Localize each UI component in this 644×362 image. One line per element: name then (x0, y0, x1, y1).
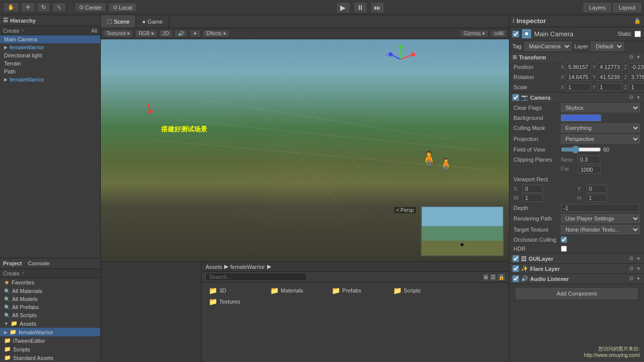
local-button[interactable]: ⊙ Local (108, 3, 137, 12)
hand-tool-button[interactable]: ✋ (3, 3, 19, 12)
rotation-z-input[interactable] (628, 73, 644, 81)
near-input[interactable] (577, 156, 600, 164)
rotation-y-input[interactable] (597, 73, 622, 81)
rgb-button[interactable]: RGB ▾ (135, 30, 157, 37)
vp-h-input[interactable] (587, 194, 607, 202)
folder-textures[interactable]: 📁 Textures (205, 297, 265, 307)
audio-listener-settings-icon[interactable]: ⚙ (629, 275, 634, 282)
audio-listener-header[interactable]: 🔊 Audio Listener ⚙ ▼ (509, 274, 644, 283)
flare-layer-checkbox[interactable] (512, 265, 519, 272)
gizmos-button[interactable]: Gizmos ▾ (460, 30, 488, 37)
transform-header[interactable]: ⊞ Transform ⚙ ▼ (509, 52, 644, 62)
console-tab[interactable]: Console (28, 260, 49, 266)
step-button[interactable]: ⏭ (370, 2, 384, 13)
scale-y-input[interactable] (597, 83, 622, 91)
transform-settings-icon[interactable]: ⚙ (629, 54, 634, 60)
hierarchy-item-directional-light[interactable]: Directional light (0, 51, 100, 59)
folder-3d[interactable]: 📁 3D (205, 285, 265, 296)
fx-button[interactable]: ✦ (189, 30, 201, 37)
rendering-path-dropdown[interactable]: Use Player Settings (561, 214, 640, 223)
flare-layer-header[interactable]: ✨ Flare Layer ⚙ ▼ (509, 264, 644, 273)
fav-all-materials[interactable]: 🔍 All Materials (0, 287, 100, 295)
projection-dropdown[interactable]: Perspective (561, 134, 640, 143)
camera-header[interactable]: 📷 Camera ⚙ ▼ (509, 93, 644, 102)
static-checkbox[interactable] (634, 31, 641, 37)
hdr-checkbox[interactable] (561, 246, 567, 252)
position-y-input[interactable] (597, 63, 622, 71)
scale-z-input[interactable] (628, 83, 644, 91)
play-button[interactable]: ▶ (336, 2, 350, 13)
target-texture-dropdown[interactable]: None (Render Textu... (561, 225, 640, 234)
pause-button[interactable]: ⏸ (353, 2, 367, 13)
vp-y-input[interactable] (587, 185, 607, 193)
camera-settings-icon[interactable]: ⚙ (629, 94, 634, 101)
far-input[interactable] (578, 166, 601, 174)
project-tab[interactable]: Project (3, 260, 22, 266)
assets-view-button-1[interactable]: ⊞ (483, 274, 488, 280)
scene-view[interactable]: ↘ 搭建好测试场景 🧍 🧍 (101, 39, 509, 261)
hierarchy-item-female-warrior-2[interactable]: ▶ femaleWarrior (0, 76, 100, 84)
fav-all-scripts[interactable]: 🔍 All Scripts (0, 311, 100, 319)
assets-search-input[interactable] (206, 273, 306, 281)
assets-item-female-warrior[interactable]: ▶ 📁 femaleWarrior (0, 328, 100, 336)
folder-scripts[interactable]: 📁 Scripts (389, 285, 449, 296)
project-create-button[interactable]: Create (3, 270, 20, 276)
scene-tab[interactable]: ⬚ Scene (101, 15, 136, 28)
fav-all-models[interactable]: 🔍 All Models (0, 295, 100, 303)
flare-layer-settings-icon[interactable]: ⚙ (629, 265, 634, 272)
fov-slider[interactable] (561, 146, 601, 154)
gui-layer-expand-icon[interactable]: ▼ (636, 256, 641, 261)
layout-dropdown[interactable]: Layout (613, 3, 641, 12)
scale-tool-button[interactable]: ⤡ (52, 3, 66, 12)
gui-layer-settings-icon[interactable]: ⚙ (629, 255, 634, 262)
gui-layer-checkbox[interactable] (512, 255, 519, 262)
clear-flags-dropdown[interactable]: Skybox (561, 103, 640, 112)
position-x-input[interactable] (566, 63, 591, 71)
folder-prefabs[interactable]: 📁 Prefabs (328, 285, 388, 296)
vp-w-input[interactable] (523, 194, 543, 202)
rotate-tool-button[interactable]: ↻ (37, 3, 50, 12)
effects-button[interactable]: Effects ▾ (203, 30, 229, 37)
hierarchy-item-main-camera[interactable]: Main Camera (0, 35, 100, 43)
flare-layer-expand-icon[interactable]: ▼ (636, 266, 641, 271)
assets-root-link[interactable]: Assets (206, 264, 222, 270)
assets-femalewarrior-link[interactable]: femaleWarrior (230, 264, 265, 270)
occlusion-culling-checkbox[interactable] (561, 237, 567, 243)
add-component-button[interactable]: Add Component (516, 288, 637, 299)
culling-mask-dropdown[interactable]: Everything (561, 123, 640, 132)
camera-enabled-checkbox[interactable] (512, 94, 519, 101)
inspector-lock-button[interactable]: 🔒 (634, 18, 641, 24)
gui-layer-header[interactable]: 🖼 GUILayer ⚙ ▼ (509, 254, 644, 263)
hierarchy-item-path[interactable]: Path (0, 67, 100, 76)
audio-button[interactable]: 🔊 (174, 30, 187, 37)
hierarchy-item-terrain[interactable]: Terrain (0, 59, 100, 67)
layers-dropdown[interactable]: Layers (584, 3, 611, 12)
transform-expand-icon[interactable]: ▼ (636, 54, 641, 60)
rotation-x-input[interactable] (566, 73, 591, 81)
assets-view-button-2[interactable]: ☰ (490, 274, 496, 280)
move-tool-button[interactable]: ✛ (21, 3, 35, 12)
audio-listener-expand-icon[interactable]: ▼ (636, 276, 641, 281)
2d-button[interactable]: 2D (159, 30, 173, 37)
tag-dropdown[interactable]: MainCamera (525, 42, 571, 51)
position-z-input[interactable] (628, 63, 644, 71)
depth-input[interactable] (561, 204, 640, 212)
object-enabled-checkbox[interactable] (512, 31, 519, 37)
center-button[interactable]: ⊙ Center (75, 3, 106, 12)
all-button[interactable]: ⊙All (490, 30, 507, 37)
hierarchy-all-button[interactable]: All (91, 28, 97, 34)
hierarchy-create-button[interactable]: Create (3, 28, 20, 34)
audio-listener-checkbox[interactable] (512, 275, 519, 282)
scale-x-input[interactable] (566, 83, 591, 91)
fav-all-prefabs[interactable]: 🔍 All Prefabs (0, 303, 100, 311)
camera-expand-icon[interactable]: ▼ (636, 95, 641, 100)
background-color-swatch[interactable] (561, 114, 601, 121)
hierarchy-item-female-warrior-1[interactable]: ▶ femaleWarrior (0, 43, 100, 51)
textured-button[interactable]: Textured ▾ (103, 30, 133, 37)
assets-item-scripts[interactable]: 📁 Scripts (0, 345, 100, 353)
vp-x-input[interactable] (523, 185, 543, 193)
assets-item-itween[interactable]: 📁 iTweenEditor (0, 336, 100, 345)
folder-materials[interactable]: 📁 Materials (266, 285, 327, 296)
assets-item-standard[interactable]: 📁 Standard Assets (0, 353, 100, 362)
layer-dropdown[interactable]: Default (591, 42, 624, 51)
